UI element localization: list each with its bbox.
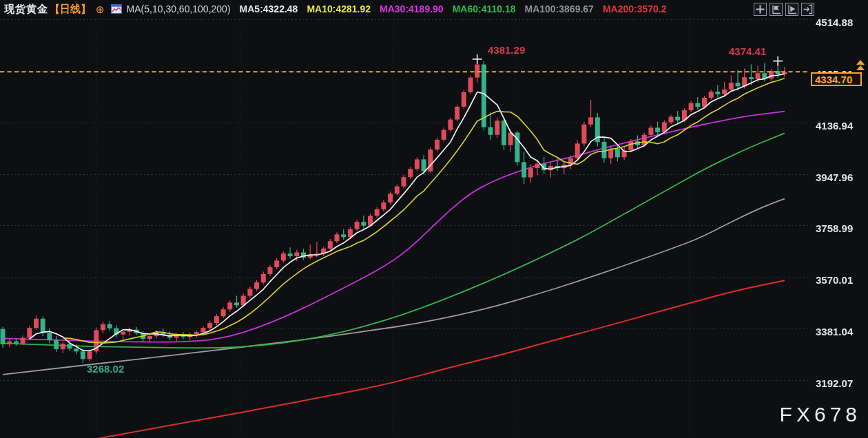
current-price-label: 4334.70 (811, 72, 862, 86)
ma-value-label: MA60:4110.18 (453, 3, 516, 14)
ma-value-label: MA200:3570.2 (603, 3, 667, 14)
axis-price-label: 3947.96 (816, 172, 865, 183)
pan-cross-icon[interactable] (754, 3, 767, 16)
axis-flag-left-icon[interactable] (769, 3, 783, 16)
trading-chart-app: 现货黄金 【日线】 ⊕ MA(5,10,30,60,100,200) MA5:4… (0, 0, 868, 438)
current-price-value: 4334.70 (815, 74, 852, 85)
scroll-to-latest-icon[interactable] (856, 60, 865, 71)
axis-price-label: 3758.99 (816, 223, 865, 234)
axis-flag-right-icon[interactable] (785, 3, 798, 16)
price-annotation: 3268.02 (87, 363, 124, 375)
ma-value-label: MA30:4189.90 (380, 3, 444, 14)
axis-price-label: 3381.04 (816, 326, 865, 337)
exit-chart-icon[interactable] (801, 3, 814, 16)
axis-price-label: 3192.07 (816, 378, 865, 389)
price-annotation: 4381.29 (488, 44, 525, 56)
ma-value-label: MA10:4281.92 (307, 3, 371, 14)
candlestick-chart[interactable] (0, 0, 868, 438)
watermark: FX678 (780, 403, 861, 426)
ma-settings-label[interactable]: MA(5,10,30,60,100,200) (127, 3, 231, 14)
period-tag[interactable]: 【日线】 (50, 3, 91, 16)
axis-price-label: 4514.88 (816, 17, 865, 28)
chart-header: 现货黄金 【日线】 ⊕ MA(5,10,30,60,100,200) MA5:4… (0, 0, 868, 18)
axis-price-label: 3570.01 (816, 275, 865, 286)
axis-price-label: 4136.94 (816, 121, 865, 132)
circle-plus-icon[interactable]: ⊕ (96, 4, 105, 14)
chart-toolbar (754, 3, 814, 16)
price-annotation: 4374.41 (729, 45, 766, 57)
ma-values-group: MA5:4322.48MA10:4281.92MA30:4189.90MA60:… (240, 3, 667, 14)
ma-value-label: MA5:4322.48 (240, 3, 298, 14)
ma-value-label: MA100:3869.67 (525, 3, 594, 14)
chart-thumbnail-icon[interactable] (111, 4, 122, 14)
instrument-title: 现货黄金 (4, 3, 48, 16)
